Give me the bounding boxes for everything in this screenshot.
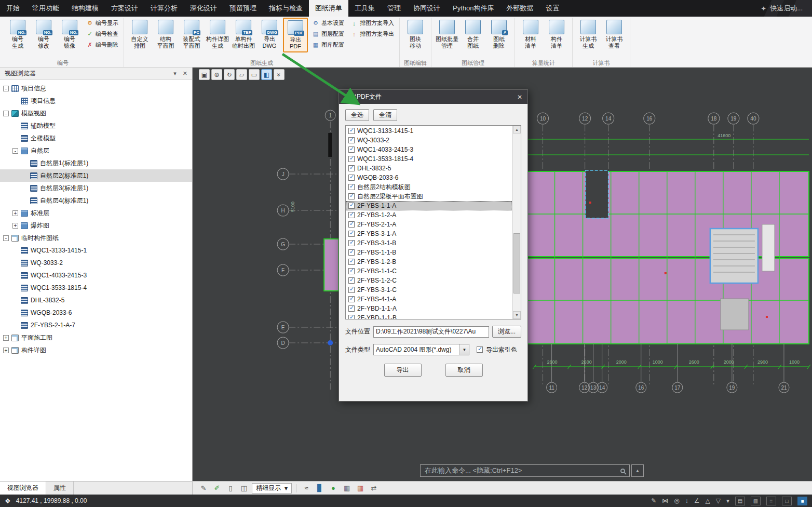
menu-tab[interactable]: 开始 [0, 0, 26, 17]
column-tool-icon[interactable]: ▯ [225, 483, 236, 493]
tree-item[interactable]: WQC1-3533-1815-4 [0, 282, 192, 294]
download-icon[interactable]: ↓ [685, 497, 688, 504]
checkbox[interactable] [348, 249, 355, 256]
export-list-item[interactable]: 2F-YBS-1-2-B [346, 257, 512, 266]
filter-icon[interactable]: ▽ [716, 497, 721, 504]
panel-tool-icon[interactable]: ◫ [238, 483, 250, 493]
tree-item[interactable]: 项目信息 [0, 95, 192, 107]
component-detail-button[interactable]: 构件详图 生成 [205, 18, 230, 51]
material-list-button[interactable]: 材料 清单 [518, 18, 543, 51]
export-button[interactable]: 导出 [384, 364, 422, 377]
collapse-arrow-icon[interactable]: ▾ [173, 70, 177, 77]
menu-tab[interactable]: 图纸清单 [309, 0, 348, 17]
table-tool-icon[interactable]: ▦ [355, 483, 366, 493]
export-list-item[interactable]: WQC1-4033-2415-3 [346, 145, 512, 154]
export-index-color-checkbox[interactable] [477, 346, 483, 353]
tree-item[interactable]: 自然层1(标准层1) [0, 157, 192, 169]
export-list-item[interactable]: 2F-YBS-2-1-A [346, 220, 512, 229]
orbit-icon[interactable]: ↻ [224, 69, 235, 80]
scroll-down-icon[interactable]: ▼ [513, 311, 521, 319]
close-icon[interactable]: ✕ [183, 70, 187, 77]
tree-expander-icon[interactable]: + [12, 223, 18, 229]
more-tools-icon[interactable]: » [274, 69, 285, 80]
checkbox[interactable] [348, 221, 355, 228]
tree-item[interactable]: + 标准层 [0, 207, 192, 219]
display-panel-icon[interactable]: ■ [797, 497, 807, 505]
checkbox[interactable] [348, 165, 355, 171]
export-list-item[interactable]: 2F-YBS-1-1-A [346, 201, 512, 210]
clear-all-button[interactable]: 全清 [373, 109, 397, 121]
wireframe-view-icon[interactable]: ▱ [236, 69, 247, 80]
export-list-item[interactable]: 2F-YBS-3-1-A [346, 229, 512, 238]
checkbox[interactable] [348, 193, 355, 199]
menu-tab[interactable]: 方案设计 [105, 0, 144, 17]
grid-tool-icon[interactable]: ▦ [341, 483, 353, 493]
precast-plan-button[interactable]: PC 装配式 平面图 [179, 18, 204, 51]
library-config-button[interactable]: ▦ 图库配置 [310, 39, 346, 50]
merge-drawing-button[interactable]: 合并 图纸 [461, 18, 485, 51]
browse-button[interactable]: 浏览... [492, 326, 521, 338]
export-list-item[interactable]: 2F-YBS-3-1-B [346, 238, 512, 248]
menu-tab[interactable]: 常用功能 [26, 0, 65, 17]
checkbox[interactable] [348, 296, 355, 302]
cancel-button[interactable]: 取消 [445, 364, 483, 377]
checkbox[interactable] [348, 268, 355, 274]
export-pdf-button[interactable]: PDF 导出 PDF [283, 18, 308, 52]
zoom-extents-icon[interactable]: ▣ [199, 69, 210, 80]
scrollbar[interactable]: ▲ ▼ [512, 126, 521, 319]
structural-plan-button[interactable]: 结构 平面图 [153, 18, 178, 51]
tree-item[interactable]: - 临时构件图纸 [0, 232, 192, 244]
export-list-item[interactable]: 2F-YBS-3-1-C [346, 285, 512, 295]
draft-tool-icon[interactable]: ✎ [198, 483, 209, 493]
menu-tab[interactable]: 预留预埋 [223, 0, 263, 17]
block-move-button[interactable]: 图块 移动 [403, 18, 428, 51]
close-icon[interactable]: ✕ [511, 94, 522, 101]
layout-split-icon[interactable]: ▥ [751, 497, 761, 505]
menu-tab[interactable]: 指标与检查 [263, 0, 309, 17]
tree-item[interactable]: - 自然层 [0, 144, 192, 157]
command-input[interactable]: 在此输入命令... <隐藏:Ctrl+F12> [420, 464, 630, 477]
tree-expander-icon[interactable]: + [3, 335, 9, 341]
export-list-item[interactable]: DHL-3832-5 [346, 164, 512, 173]
checkbox[interactable] [348, 315, 355, 319]
pan-icon[interactable]: ⊕ [211, 69, 222, 80]
tree-item[interactable]: 自然层3(标准层1) [0, 182, 192, 194]
tree-expander-icon[interactable]: - [12, 148, 18, 154]
hidden-line-view-icon[interactable]: ▭ [249, 69, 260, 80]
tree-item[interactable]: WQ-3033-2 [0, 257, 192, 269]
export-list-item[interactable]: 2F-YBS-1-2-A [346, 210, 512, 220]
search-icon[interactable] [620, 469, 625, 473]
dialog-titlebar[interactable]: 导出PDF文件 ✕ [339, 90, 527, 104]
scroll-up-icon[interactable]: ▲ [513, 126, 521, 134]
export-dwg-button[interactable]: DWG 导出 DWG [257, 18, 282, 51]
layout-single-icon[interactable]: ▤ [735, 497, 745, 505]
tree-item[interactable]: WQC1-4033-2415-3 [0, 269, 192, 282]
export-list-item[interactable]: WQC1-3133-1415-1 [346, 126, 512, 136]
file-type-select[interactable]: AutoCAD 2004 图形(*.dwg) ▼ [373, 344, 469, 355]
number-display-button[interactable]: ⚙ 编号显示 [84, 18, 120, 29]
tree-item[interactable]: WQC1-3133-1415-1 [0, 244, 192, 257]
tree-item[interactable]: 全楼模型 [0, 132, 192, 144]
checkbox[interactable] [348, 240, 355, 246]
tree-item[interactable]: + 构件详图 [0, 344, 192, 356]
checkbox[interactable] [348, 184, 355, 190]
export-list-item[interactable]: WGQB-2033-6 [346, 173, 512, 182]
export-list-item[interactable]: 2F-YBS-1-1-C [346, 266, 512, 276]
menu-tab[interactable]: 管理 [381, 0, 407, 17]
center-snap-icon[interactable]: ◎ [674, 497, 679, 504]
display-mode-dropdown[interactable]: 精细显示 ▾ [252, 483, 292, 493]
number-mirror-button[interactable]: NO. 编号 镜像 [57, 18, 82, 51]
sync-tool-icon[interactable]: ⇄ [368, 483, 380, 493]
checkbox[interactable] [348, 128, 355, 134]
export-list-item[interactable]: 2F-YBD-1-1-B [346, 313, 512, 319]
checkbox[interactable] [348, 156, 355, 162]
section-tool-icon[interactable]: ≈ [301, 483, 312, 493]
select-all-button[interactable]: 全选 [345, 109, 369, 121]
layout-scheme-export-button[interactable]: ↑ 排图方案导出 [348, 29, 396, 39]
tree-expander-icon[interactable]: + [3, 348, 9, 353]
menu-tab[interactable]: 设置 [539, 0, 565, 17]
tree-expander-icon[interactable]: + [12, 210, 18, 216]
checkbox[interactable] [348, 305, 355, 312]
checkbox[interactable] [348, 212, 355, 218]
custom-layout-button[interactable]: 自定义 排图 [127, 18, 152, 51]
